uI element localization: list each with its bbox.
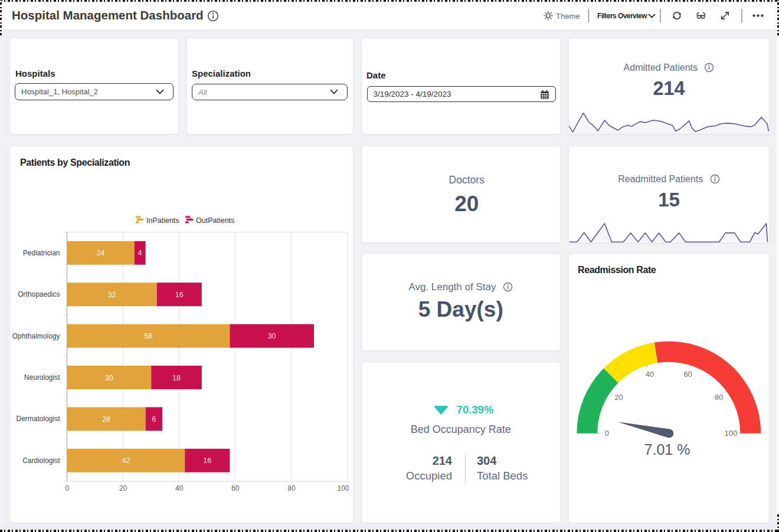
- svg-text:7.01 %: 7.01 %: [644, 441, 690, 458]
- svg-text:Ophthalmology: Ophthalmology: [12, 332, 60, 340]
- svg-text:20: 20: [119, 484, 127, 492]
- svg-text:60: 60: [231, 484, 240, 492]
- svg-text:100: 100: [724, 429, 737, 438]
- svg-text:Pediatrician: Pediatrician: [23, 249, 60, 257]
- svg-text:4: 4: [138, 249, 142, 257]
- svg-text:0: 0: [605, 429, 609, 438]
- svg-text:60: 60: [683, 370, 692, 379]
- svg-text:42: 42: [122, 457, 130, 465]
- svg-text:80: 80: [715, 393, 723, 402]
- svg-text:Orthopaedics: Orthopaedics: [18, 290, 60, 298]
- svg-text:24: 24: [97, 249, 105, 257]
- svg-text:0: 0: [65, 484, 69, 492]
- svg-text:InPatients: InPatients: [146, 216, 179, 225]
- svg-text:Cardiologist: Cardiologist: [22, 457, 60, 465]
- svg-text:32: 32: [108, 291, 116, 299]
- svg-text:40: 40: [646, 370, 654, 379]
- svg-text:40: 40: [175, 484, 184, 492]
- svg-text:100: 100: [337, 484, 349, 492]
- svg-text:58: 58: [144, 332, 152, 340]
- svg-text:Neurologist: Neurologist: [24, 373, 60, 382]
- svg-text:OutPatients: OutPatients: [196, 216, 234, 225]
- svg-text:18: 18: [172, 374, 181, 382]
- svg-text:30: 30: [105, 374, 113, 382]
- svg-text:16: 16: [203, 457, 211, 465]
- svg-text:Dermatologist: Dermatologist: [16, 415, 60, 423]
- svg-text:16: 16: [175, 291, 184, 299]
- svg-text:20: 20: [614, 393, 623, 402]
- svg-text:30: 30: [268, 332, 276, 340]
- svg-text:80: 80: [287, 484, 296, 492]
- svg-text:28: 28: [102, 415, 110, 423]
- svg-text:6: 6: [152, 415, 156, 423]
